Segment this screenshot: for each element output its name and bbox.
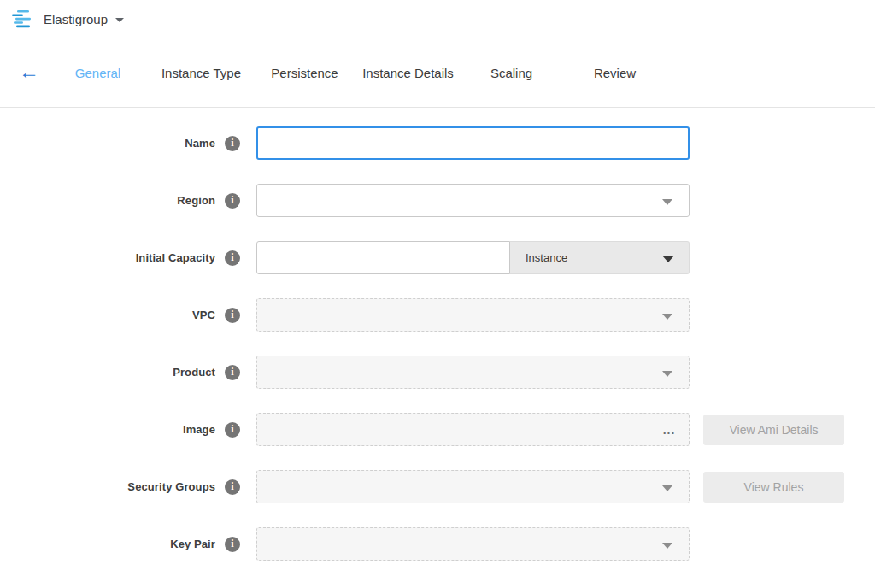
product-label: Product xyxy=(173,366,215,379)
form-row-region: Region i xyxy=(0,184,875,217)
dropdown-caret-icon xyxy=(662,371,672,377)
info-icon[interactable]: i xyxy=(225,250,240,266)
form-row-name: Name i xyxy=(0,126,875,160)
region-select[interactable] xyxy=(256,184,690,217)
dropdown-caret-icon xyxy=(662,543,672,549)
tab-instance-type[interactable]: Instance Type xyxy=(150,59,253,87)
image-input: ... xyxy=(256,413,690,446)
back-arrow-icon[interactable]: ← xyxy=(19,59,39,85)
name-input[interactable] xyxy=(256,126,690,160)
topbar: Elastigroup xyxy=(0,0,875,38)
initial-capacity-input[interactable] xyxy=(256,241,510,274)
security-groups-label: Security Groups xyxy=(127,480,215,493)
capacity-unit-value: Instance xyxy=(526,251,567,264)
form-row-security-groups: Security Groups i View Rules xyxy=(0,470,875,503)
product-select xyxy=(256,356,690,389)
app-switcher[interactable]: Elastigroup xyxy=(35,12,124,26)
vpc-label: VPC xyxy=(192,309,215,321)
info-icon[interactable]: i xyxy=(225,537,240,552)
chevron-down-icon xyxy=(115,18,124,22)
info-icon[interactable]: i xyxy=(225,136,240,151)
initial-capacity-label: Initial Capacity xyxy=(136,251,215,264)
info-icon[interactable]: i xyxy=(225,308,240,323)
app-name: Elastigroup xyxy=(44,12,108,26)
view-ami-details-button[interactable]: View Ami Details xyxy=(703,415,844,445)
dropdown-caret-icon xyxy=(662,199,672,205)
key-pair-select xyxy=(256,527,690,561)
info-icon[interactable]: i xyxy=(225,193,240,209)
wizard-tabs: General Instance Type Persistence Instan… xyxy=(46,59,667,87)
capacity-unit-select[interactable]: Instance xyxy=(510,241,690,274)
form-row-initial-capacity: Initial Capacity i Instance xyxy=(0,241,875,274)
tab-scaling[interactable]: Scaling xyxy=(460,59,563,87)
form-row-vpc: VPC i xyxy=(0,298,875,332)
dropdown-caret-icon xyxy=(662,256,674,262)
general-form: Name i Region i Initial Capacity i Insta… xyxy=(0,108,875,561)
info-icon[interactable]: i xyxy=(225,365,240,380)
tab-persistence[interactable]: Persistence xyxy=(253,59,356,87)
info-icon[interactable]: i xyxy=(225,422,240,438)
region-label: Region xyxy=(177,194,215,207)
image-browse-button[interactable]: ... xyxy=(649,414,689,445)
wizard-tabbar: ← General Instance Type Persistence Inst… xyxy=(0,38,875,108)
key-pair-label: Key Pair xyxy=(170,538,215,550)
view-rules-button[interactable]: View Rules xyxy=(703,472,844,503)
form-row-image: Image i ... View Ami Details xyxy=(0,413,875,446)
tab-instance-details[interactable]: Instance Details xyxy=(356,59,460,87)
image-value xyxy=(257,414,649,445)
elastigroup-logo-icon xyxy=(12,10,35,28)
name-label: Name xyxy=(185,137,215,150)
security-groups-select xyxy=(256,470,690,503)
form-row-key-pair: Key Pair i xyxy=(0,527,875,561)
dropdown-caret-icon xyxy=(662,314,672,320)
tab-review[interactable]: Review xyxy=(563,59,667,87)
image-label: Image xyxy=(183,423,215,436)
dropdown-caret-icon xyxy=(662,485,672,491)
info-icon[interactable]: i xyxy=(225,479,240,495)
tab-general[interactable]: General xyxy=(46,59,150,87)
vpc-select xyxy=(256,298,690,332)
form-row-product: Product i xyxy=(0,356,875,389)
